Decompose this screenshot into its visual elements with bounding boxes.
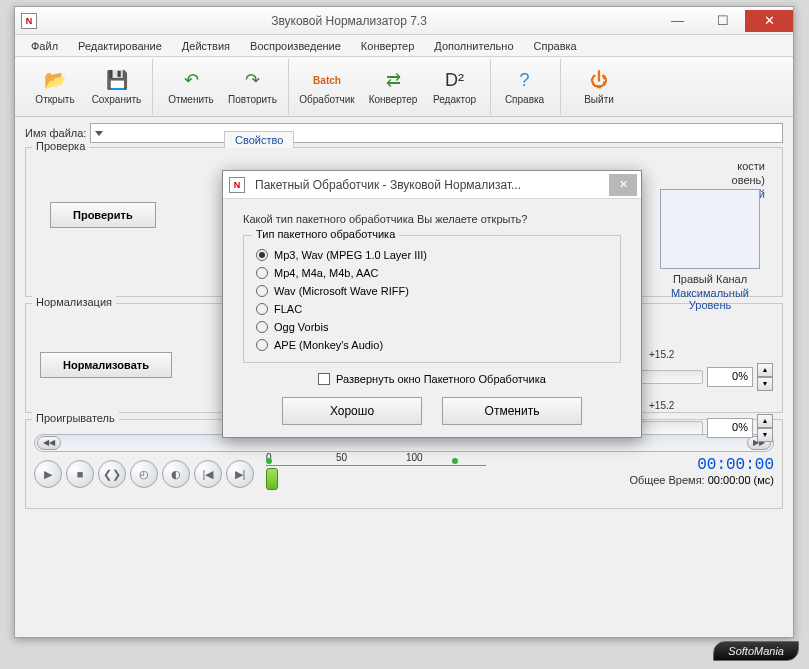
share-button[interactable]: ❮❯ bbox=[98, 460, 126, 488]
normalize-button[interactable]: Нормализовать bbox=[40, 352, 172, 378]
dialog-close-button[interactable]: ✕ bbox=[609, 174, 637, 196]
tool-повторить-label: Повторить bbox=[228, 94, 277, 105]
toolbar: 📂Открыть💾Сохранить↶Отменить↷ПовторитьBat… bbox=[15, 57, 793, 117]
slider1-spinner[interactable]: ▲▼ bbox=[757, 363, 773, 391]
channel-link[interactable]: Максимальный Уровень bbox=[657, 287, 763, 311]
menu-воспроизведение[interactable]: Воспроизведение bbox=[242, 38, 349, 54]
tool-отменить-icon: ↶ bbox=[179, 68, 203, 92]
menu-конвертер[interactable]: Конвертер bbox=[353, 38, 422, 54]
filename-label: Имя файла: bbox=[25, 127, 86, 139]
tool-обработчик[interactable]: BatchОбработчик bbox=[295, 59, 359, 115]
slider2-spinner[interactable]: ▲▼ bbox=[757, 414, 773, 442]
menu-редактирование[interactable]: Редактирование bbox=[70, 38, 170, 54]
radio-option-2[interactable]: Wav (Microsoft Wave RIFF) bbox=[256, 282, 608, 300]
channel-label: Правый Канал bbox=[657, 273, 763, 285]
radio-option-0[interactable]: Mp3, Wav (MPEG 1.0 Layer III) bbox=[256, 246, 608, 264]
menu-действия[interactable]: Действия bbox=[174, 38, 238, 54]
radio-label-1: Mp4, M4a, M4b, AAC bbox=[274, 267, 379, 279]
tool-выйти-icon: ⏻ bbox=[587, 68, 611, 92]
timer-button[interactable]: ◴ bbox=[130, 460, 158, 488]
dialog-group-title: Тип пакетного обработчика bbox=[252, 228, 399, 240]
menu-справка[interactable]: Справка bbox=[526, 38, 585, 54]
expand-label: Развернуть окно Пакетного Обработчика bbox=[336, 373, 546, 385]
tool-отменить-label: Отменить bbox=[168, 94, 214, 105]
watermark-badge: SoftoMania bbox=[713, 641, 799, 661]
window-title: Звуковой Нормализатор 7.3 bbox=[43, 14, 655, 28]
menubar: ФайлРедактированиеДействияВоспроизведени… bbox=[15, 35, 793, 57]
tool-повторить[interactable]: ↷Повторить bbox=[225, 59, 289, 115]
tool-справка-label: Справка bbox=[505, 94, 544, 105]
radio-option-3[interactable]: FLAC bbox=[256, 300, 608, 318]
channel-rect bbox=[660, 189, 760, 269]
check-group-title: Проверка bbox=[32, 140, 89, 152]
radio-icon-0 bbox=[256, 249, 268, 261]
tool-редактор[interactable]: D²Редактор bbox=[427, 59, 491, 115]
marker-end-icon bbox=[452, 458, 458, 464]
radio-label-5: APE (Monkey's Audio) bbox=[274, 339, 383, 351]
total-time-label: Общее Время: bbox=[629, 474, 704, 486]
radio-option-5[interactable]: APE (Monkey's Audio) bbox=[256, 336, 608, 354]
tool-справка[interactable]: ?Справка bbox=[497, 59, 561, 115]
menu-дополнительно[interactable]: Дополнительно bbox=[426, 38, 521, 54]
radio-icon-2 bbox=[256, 285, 268, 297]
ruler: 0 50 100 bbox=[266, 454, 486, 490]
tool-конвертер[interactable]: ⇄Конвертер bbox=[361, 59, 425, 115]
player-group-title: Проигрыватель bbox=[32, 412, 119, 424]
tool-редактор-label: Редактор bbox=[433, 94, 476, 105]
tool-сохранить-label: Сохранить bbox=[92, 94, 142, 105]
tool-выйти-label: Выйти bbox=[584, 94, 614, 105]
time-display: 00:00:00 bbox=[629, 456, 774, 474]
tool-открыть-label: Открыть bbox=[35, 94, 74, 105]
slider2-pct[interactable]: 0% bbox=[707, 418, 753, 438]
radio-icon-5 bbox=[256, 339, 268, 351]
tool-выйти[interactable]: ⏻Выйти bbox=[567, 59, 631, 115]
radio-icon-3 bbox=[256, 303, 268, 315]
watermark: SoftoMania bbox=[713, 641, 799, 661]
app-icon: N bbox=[21, 13, 37, 29]
tick-2: 100 bbox=[406, 452, 423, 463]
tool-открыть[interactable]: 📂Открыть bbox=[23, 59, 87, 115]
dialog-type-group: Тип пакетного обработчика Mp3, Wav (MPEG… bbox=[243, 235, 621, 363]
radio-icon-1 bbox=[256, 267, 268, 279]
menu-файл[interactable]: Файл bbox=[23, 38, 66, 54]
dialog-ok-button[interactable]: Хорошо bbox=[282, 397, 422, 425]
tick-1: 50 bbox=[336, 452, 347, 463]
next-button[interactable]: ▶| bbox=[226, 460, 254, 488]
tool-отменить[interactable]: ↶Отменить bbox=[159, 59, 223, 115]
tool-сохранить-icon: 💾 bbox=[105, 68, 129, 92]
titlebar: N Звуковой Нормализатор 7.3 — ☐ bbox=[15, 7, 793, 35]
radio-option-4[interactable]: Ogg Vorbis bbox=[256, 318, 608, 336]
radio-option-1[interactable]: Mp4, M4a, M4b, AAC bbox=[256, 264, 608, 282]
property-tab[interactable]: Свойство bbox=[224, 131, 294, 148]
radio-label-0: Mp3, Wav (MPEG 1.0 Layer III) bbox=[274, 249, 427, 261]
time-ms: 00:00:00 (мс) bbox=[708, 474, 774, 486]
seek-back-icon[interactable]: ◀◀ bbox=[37, 436, 61, 450]
minimize-button[interactable]: — bbox=[655, 10, 700, 32]
tool-конвертер-label: Конвертер bbox=[369, 94, 418, 105]
stop-button[interactable]: ■ bbox=[66, 460, 94, 488]
slider2-value: +15.2 bbox=[649, 400, 773, 411]
tool-открыть-icon: 📂 bbox=[43, 68, 67, 92]
ruler-thumb[interactable] bbox=[266, 468, 278, 490]
close-button[interactable] bbox=[745, 10, 793, 32]
tool-обработчик-label: Обработчик bbox=[299, 94, 354, 105]
batch-dialog: N Пакетный Обработчик - Звуковой Нормали… bbox=[222, 170, 642, 438]
dialog-cancel-button[interactable]: Отменить bbox=[442, 397, 582, 425]
dialog-question: Какой тип пакетного обработчика Вы желае… bbox=[243, 213, 621, 225]
maximize-button[interactable]: ☐ bbox=[700, 10, 745, 32]
tool-конвертер-icon: ⇄ bbox=[381, 68, 405, 92]
play-button[interactable]: ▶ bbox=[34, 460, 62, 488]
expand-checkbox[interactable] bbox=[318, 373, 330, 385]
tool-обработчик-icon: Batch bbox=[315, 68, 339, 92]
check-button[interactable]: Проверить bbox=[50, 202, 156, 228]
tool-справка-icon: ? bbox=[513, 68, 537, 92]
dialog-icon: N bbox=[229, 177, 245, 193]
prev-button[interactable]: |◀ bbox=[194, 460, 222, 488]
record-button[interactable]: ◐ bbox=[162, 460, 190, 488]
tool-редактор-icon: D² bbox=[443, 68, 467, 92]
radio-label-3: FLAC bbox=[274, 303, 302, 315]
tool-сохранить[interactable]: 💾Сохранить bbox=[89, 59, 153, 115]
slider1-pct[interactable]: 0% bbox=[707, 367, 753, 387]
filename-combo[interactable] bbox=[90, 123, 783, 143]
channel-box: Правый Канал Максимальный Уровень bbox=[657, 153, 763, 311]
